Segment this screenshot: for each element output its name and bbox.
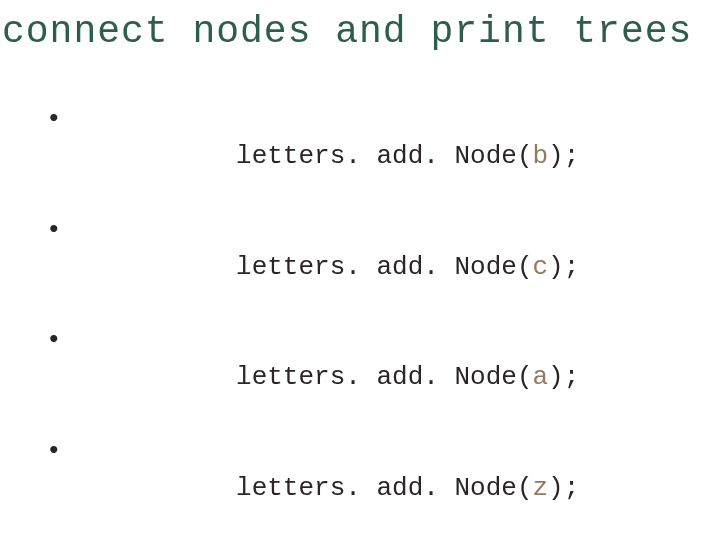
code-arg: z xyxy=(532,473,548,503)
code-arg: c xyxy=(532,252,548,282)
code-arg: b xyxy=(532,141,548,171)
list-item: • letters. add. Node(a); xyxy=(44,322,720,433)
slide-body: • letters. add. Node(b); • letters. add.… xyxy=(0,53,720,540)
bullet-icon: • xyxy=(44,433,80,470)
code-prefix: letters. add. Node( xyxy=(236,252,532,282)
bullet-icon: • xyxy=(44,212,80,249)
bullet-icon: • xyxy=(44,101,80,138)
code-prefix: letters. add. Node( xyxy=(236,473,532,503)
code-line: letters. add. Node(c); xyxy=(80,212,579,323)
bullet-list: • letters. add. Node(b); • letters. add.… xyxy=(44,101,720,540)
list-item: • letters. add. Node(c); xyxy=(44,212,720,323)
code-line: letters. add. Node(b); xyxy=(80,101,579,212)
code-line: letters. add. Node(z); xyxy=(80,433,579,540)
code-prefix: letters. add. Node( xyxy=(236,141,532,171)
slide: connect nodes and print trees • letters.… xyxy=(0,0,720,540)
code-prefix: letters. add. Node( xyxy=(236,362,532,392)
code-suffix: ); xyxy=(548,141,579,171)
bullet-icon: • xyxy=(44,322,80,359)
list-item: • letters. add. Node(b); xyxy=(44,101,720,212)
slide-title: connect nodes and print trees xyxy=(0,10,720,53)
code-arg: a xyxy=(532,362,548,392)
list-item: • letters. add. Node(z); xyxy=(44,433,720,540)
code-suffix: ); xyxy=(548,473,579,503)
code-suffix: ); xyxy=(548,252,579,282)
code-suffix: ); xyxy=(548,362,579,392)
code-line: letters. add. Node(a); xyxy=(80,322,579,433)
